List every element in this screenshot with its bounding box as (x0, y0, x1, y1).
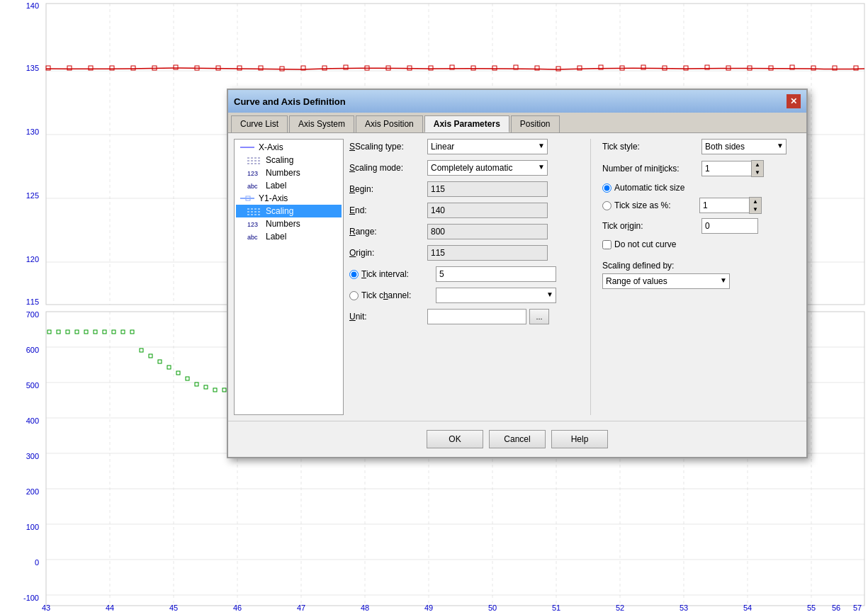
tick-style-row: Tick style: Both sides Inside Outside (602, 139, 801, 154)
tick-size-pct-radio[interactable] (602, 201, 611, 210)
dialog-titlebar: Curve and Axis Definition ✕ (228, 90, 806, 113)
scaling-mode-select[interactable]: Completely automatic Manual (427, 160, 548, 176)
svg-text:46: 46 (233, 604, 242, 612)
tick-size-pct-label[interactable]: Tick size as %: (614, 200, 699, 210)
svg-text:123: 123 (247, 170, 258, 177)
tick-style-select-wrapper: Both sides Inside Outside (701, 139, 787, 154)
dialog-content: X-Axis Scaling 123 Numbers abc (228, 133, 806, 421)
svg-text:53: 53 (680, 604, 688, 612)
svg-text:200: 200 (26, 487, 39, 496)
svg-text:0: 0 (35, 558, 39, 567)
tick-size-pct-up-button[interactable]: ▲ (750, 198, 761, 205)
scaling-defined-by-select[interactable]: Range of values All curves (602, 273, 730, 289)
help-button[interactable]: Help (551, 430, 608, 448)
svg-text:52: 52 (616, 604, 624, 612)
num-miniticks-label: Number of miniticks: (602, 164, 701, 174)
svg-text:57: 57 (853, 604, 862, 612)
scaling-type-select[interactable]: Linear Logarithmic (427, 139, 548, 154)
svg-text:47: 47 (297, 604, 305, 612)
svg-text:123: 123 (247, 221, 258, 228)
origin-input[interactable] (427, 245, 548, 261)
tick-size-pct-down-button[interactable]: ▼ (750, 205, 761, 213)
scaling-mode-row: Scaling mode: Completely automatic Manua… (349, 160, 579, 176)
tick-style-select[interactable]: Both sides Inside Outside (701, 139, 787, 154)
svg-text:-100: -100 (23, 594, 39, 602)
tree-item-x-label[interactable]: abc Label (236, 179, 342, 192)
do-not-cut-row: Do not cut curve (602, 239, 801, 249)
svg-text:50: 50 (488, 604, 497, 612)
curve-axis-dialog: Curve and Axis Definition ✕ Curve List A… (227, 89, 808, 458)
dialog-close-button[interactable]: ✕ (787, 94, 801, 108)
tick-size-pct-spinner-btns: ▲ ▼ (749, 197, 762, 214)
num-miniticks-input[interactable] (701, 161, 751, 176)
tree-item-y1-label-label: Label (266, 232, 286, 242)
scaling-defined-by-section: Scaling defined by: Range of values All … (602, 261, 801, 289)
unit-label: Unit: (349, 312, 427, 322)
tree-item-y1-scaling-label: Scaling (266, 206, 293, 216)
tab-position[interactable]: Position (511, 115, 560, 132)
tick-size-pct-input[interactable] (699, 198, 749, 213)
tab-axis-system[interactable]: Axis System (289, 115, 354, 132)
unit-input[interactable] (427, 309, 526, 324)
auto-tick-size-row: Automatic tick size (602, 183, 801, 193)
do-not-cut-label[interactable]: Do not cut curve (614, 239, 676, 249)
svg-text:49: 49 (424, 604, 433, 612)
num-miniticks-down-button[interactable]: ▼ (752, 169, 763, 176)
begin-input[interactable] (427, 181, 548, 197)
scaling-type-row: SScaling type: Linear Logarithmic (349, 139, 579, 154)
tick-channel-label[interactable]: Tick channel: (361, 290, 436, 300)
num-miniticks-up-button[interactable]: ▲ (752, 161, 763, 169)
tree-item-x-numbers[interactable]: 123 Numbers (236, 166, 342, 179)
range-input[interactable] (427, 224, 548, 239)
tab-axis-position[interactable]: Axis Position (356, 115, 423, 132)
unit-browse-button[interactable]: ... (529, 309, 549, 324)
tree-item-y1-numbers[interactable]: 123 Numbers (236, 217, 342, 230)
dialog-title: Curve and Axis Definition (234, 96, 346, 107)
unit-row: Unit: ... (349, 309, 579, 324)
range-label: Range: (349, 227, 427, 237)
scaling-mode-label: Scaling mode: (349, 163, 427, 173)
tick-interval-radio[interactable] (349, 270, 359, 279)
tab-axis-parameters[interactable]: Axis Parameters (424, 115, 509, 132)
y1-numbers-icon: 123 (246, 219, 263, 229)
auto-tick-size-radio[interactable] (602, 183, 611, 193)
tick-origin-label: Tick origin: (602, 221, 701, 231)
tick-channel-select[interactable] (436, 288, 556, 303)
svg-text:700: 700 (26, 310, 39, 319)
tree-item-y1-numbers-label: Numbers (266, 219, 300, 229)
tree-item-x-scaling[interactable]: Scaling (236, 154, 342, 166)
tree-item-x-axis[interactable]: X-Axis (236, 141, 342, 154)
svg-text:45: 45 (169, 604, 178, 612)
scaling-defined-by-label: Scaling defined by: (602, 261, 801, 271)
tree-item-x-numbers-label: Numbers (266, 168, 300, 178)
do-not-cut-checkbox[interactable] (602, 240, 611, 249)
svg-text:abc: abc (247, 234, 258, 241)
svg-text:500: 500 (26, 381, 39, 390)
ok-button[interactable]: OK (427, 430, 483, 448)
svg-text:100: 100 (26, 523, 39, 531)
tick-origin-row: Tick origin: (602, 218, 801, 234)
y1-axis-icon (239, 193, 256, 203)
tick-channel-radio[interactable] (349, 291, 359, 300)
tick-origin-input[interactable] (701, 218, 758, 234)
tick-interval-label[interactable]: Tick interval: (361, 269, 436, 279)
tick-interval-input[interactable] (436, 266, 556, 282)
x-scaling-icon (246, 155, 263, 165)
origin-label: Origin: (349, 248, 427, 258)
range-row: Range: (349, 224, 579, 239)
tree-item-x-scaling-label: Scaling (266, 155, 293, 165)
tree-panel: X-Axis Scaling 123 Numbers abc (234, 139, 344, 415)
tree-item-y1-label[interactable]: abc Label (236, 230, 342, 243)
svg-text:51: 51 (552, 604, 560, 612)
svg-text:300: 300 (26, 452, 39, 460)
tab-curve-list[interactable]: Curve List (231, 115, 288, 132)
auto-tick-size-label[interactable]: Automatic tick size (614, 183, 684, 193)
tree-item-x-label-label: Label (266, 181, 286, 191)
begin-label: Begin: (349, 184, 427, 194)
scaling-mode-select-wrapper: Completely automatic Manual (427, 160, 548, 176)
end-input[interactable] (427, 203, 548, 218)
cancel-button[interactable]: Cancel (489, 430, 546, 448)
tree-item-y1-axis[interactable]: Y1-Axis (236, 192, 342, 205)
y1-label-icon: abc (246, 232, 263, 242)
tree-item-y1-scaling[interactable]: Scaling (236, 205, 342, 217)
